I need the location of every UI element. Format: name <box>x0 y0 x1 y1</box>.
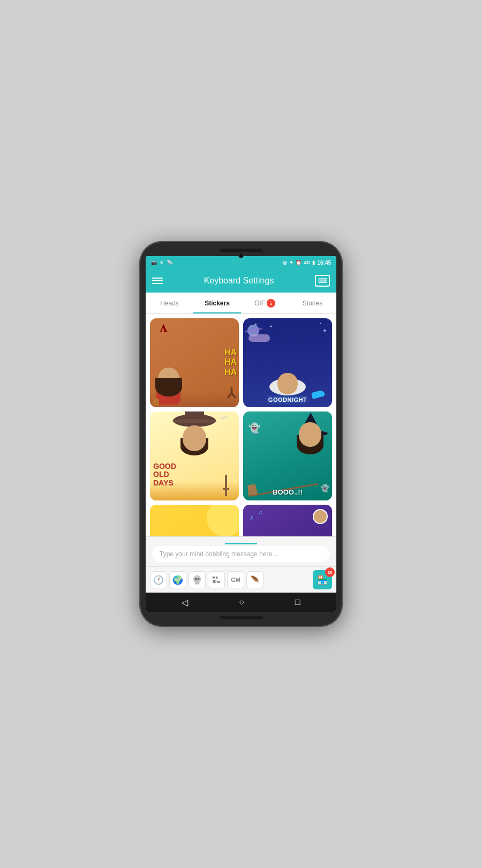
stickers-area[interactable]: 𝚲 ⅄ HAHAHA ✦ + ✦ <box>146 314 336 536</box>
message-placeholder: Type your mind bobbling message here... <box>160 550 277 558</box>
sticker-good-old-days[interactable]: 〜 GOODOLDDAYS <box>150 411 239 500</box>
keyboard-icon[interactable]: ⌨ <box>315 275 330 287</box>
status-time: 16:45 <box>317 260 331 266</box>
instagram-icon: 📷 <box>151 260 157 265</box>
phone-screen: 📷 ✳ 📡 ◎ ✦ ⏰ 4G ▮ 16:45 Keyboard Settings… <box>146 256 336 612</box>
store-badge: 80 <box>325 567 335 577</box>
scroll-indicator <box>225 543 257 544</box>
skull-svg <box>192 574 202 585</box>
feather-icon-button[interactable]: 🪶 <box>246 571 263 588</box>
front-camera <box>238 253 244 258</box>
store-button[interactable]: 🏪 80 <box>313 570 332 589</box>
svg-point-5 <box>198 578 200 580</box>
svg-point-4 <box>195 578 197 580</box>
earth-icon-button[interactable]: 🌍 <box>169 571 186 588</box>
4g-icon: 4G <box>304 260 310 265</box>
booo-text: BOOO..!! <box>273 488 303 496</box>
home-button[interactable]: ○ <box>239 597 244 607</box>
gif-badge: 5 <box>267 299 275 308</box>
header-title: Keyboard Settings <box>204 276 274 286</box>
status-right-icons: ◎ ✦ ⏰ 4G ▮ 16:45 <box>283 260 331 266</box>
app-header: Keyboard Settings ⌨ <box>146 269 336 293</box>
menu-button[interactable] <box>152 278 163 284</box>
goodnight-text: GOODNIGHT <box>268 396 307 403</box>
cast-icon: ◎ <box>283 260 287 265</box>
status-left-icons: 📷 ✳ 📡 <box>151 260 172 265</box>
good-old-days-text: GOODOLDDAYS <box>153 462 176 487</box>
back-button[interactable]: ◁ <box>182 597 188 608</box>
podcast-icon: 📡 <box>167 260 172 265</box>
sticker-booo[interactable]: 👻 👻 BOOO..!! <box>243 411 332 500</box>
svg-rect-3 <box>195 583 199 585</box>
alarm-icon: ⏰ <box>296 260 302 265</box>
sticker-purple[interactable]: ♪ ♫ <box>243 505 332 536</box>
svg-point-0 <box>193 575 201 583</box>
nav-bar: ◁ ○ □ <box>146 593 336 612</box>
menu-line-2 <box>152 280 163 281</box>
top-speaker <box>220 249 262 252</box>
menu-line-1 <box>152 278 163 279</box>
skull-icon-button[interactable] <box>189 571 206 588</box>
phone-device: 📷 ✳ 📡 ◎ ✦ ⏰ 4G ▮ 16:45 Keyboard Settings… <box>139 241 343 627</box>
he-she-icon-button[interactable]: HeShe <box>208 571 225 588</box>
tab-gif[interactable]: GIF 5 <box>241 293 289 313</box>
gm-icon-button[interactable]: GM <box>227 571 244 588</box>
battery-icon: ▮ <box>312 260 315 265</box>
message-input[interactable]: Type your mind bobbling message here... <box>152 546 330 562</box>
bottom-speaker <box>220 616 262 619</box>
sticker-devil[interactable]: 𝚲 ⅄ HAHAHA <box>150 318 239 407</box>
sticker-yellow[interactable] <box>150 505 239 536</box>
tab-stories[interactable]: Stories <box>289 293 336 313</box>
pinwheel-icon: ✳ <box>160 260 164 265</box>
tabs-bar: Heads Stickers GIF 5 Stories <box>146 293 336 314</box>
sticker-goodnight[interactable]: ✦ + ✦ + <box>243 318 332 407</box>
tab-heads[interactable]: Heads <box>146 293 193 313</box>
clock-icon-button[interactable]: 🕐 <box>150 571 167 588</box>
keyboard-icons-bar: 🕐 🌍 HeShe GM 🪶 🏪 80 <box>146 566 336 593</box>
tab-stickers[interactable]: Stickers <box>193 293 241 313</box>
ha-ha-text: HAHAHA <box>224 348 237 377</box>
recents-button[interactable]: □ <box>295 597 300 607</box>
message-input-area: Type your mind bobbling message here... <box>146 536 336 566</box>
stickers-grid: 𝚲 ⅄ HAHAHA ✦ + ✦ <box>150 318 332 536</box>
menu-line-3 <box>152 283 163 284</box>
bluetooth-icon: ✦ <box>289 260 293 265</box>
